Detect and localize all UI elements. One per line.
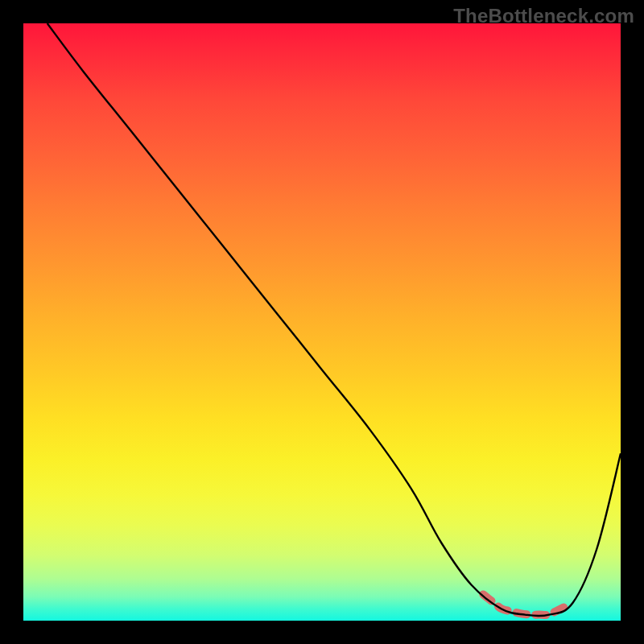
chart-container: TheBottleneck.com: [0, 0, 644, 644]
main-curve: [47, 23, 621, 616]
plot-area: [23, 23, 621, 621]
watermark-text: TheBottleneck.com: [453, 5, 634, 27]
curve-svg: [23, 23, 621, 621]
